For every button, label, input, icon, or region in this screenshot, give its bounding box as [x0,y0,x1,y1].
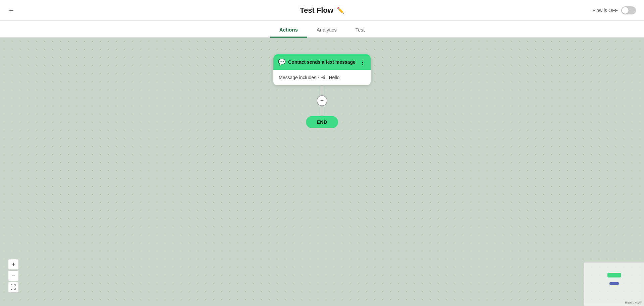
trigger-node[interactable]: 💬 Contact sends a text message ⋮ Message… [273,54,371,85]
zoom-in-icon: + [12,261,15,268]
plus-icon: + [320,97,324,104]
trigger-node-header: 💬 Contact sends a text message ⋮ [273,54,371,70]
edit-icon[interactable]: ✏️ [337,7,344,14]
zoom-in-button[interactable]: + [8,259,19,270]
trigger-title: Contact sends a text message [288,59,356,65]
fit-icon: ⛶ [10,284,16,291]
fit-view-button[interactable]: ⛶ [8,282,19,293]
back-button[interactable]: ← [8,6,15,14]
tab-analytics[interactable]: Analytics [307,23,346,38]
add-step-button[interactable]: + [317,95,327,106]
page-title: Test Flow [300,6,333,15]
zoom-controls: + − ⛶ [8,259,19,293]
end-node[interactable]: END [306,116,338,128]
tabs-bar: Actions Analytics Test [0,21,644,38]
flow-toggle-switch[interactable] [621,6,636,14]
more-icon: ⋮ [359,58,366,66]
mini-end-node [609,282,619,285]
flow-canvas[interactable]: 💬 Contact sends a text message ⋮ Message… [0,38,644,306]
title-area: Test Flow ✏️ [300,6,344,15]
header: ← Test Flow ✏️ Flow is OFF [0,0,644,21]
zoom-out-icon: − [12,272,15,279]
trigger-node-body: Message includes - Hi , Hello [273,70,371,85]
flow-status-label: Flow is OFF [593,8,618,13]
connector-line-1 [322,85,322,95]
trigger-condition-text: Message includes - Hi , Hello [279,75,339,80]
mini-trigger-node [607,273,621,277]
flow-toggle-area: Flow is OFF [593,6,636,14]
trigger-more-button[interactable]: ⋮ [359,59,366,65]
back-icon: ← [8,6,15,14]
connector-line-2 [322,106,322,116]
flow-container: 💬 Contact sends a text message ⋮ Message… [273,54,371,128]
toggle-knob [622,7,629,14]
message-icon: 💬 [278,58,285,66]
mini-map: React Flow [584,262,644,306]
zoom-out-button[interactable]: − [8,270,19,281]
mini-map-nodes [584,263,644,306]
tab-test[interactable]: Test [346,23,374,38]
trigger-header-left: 💬 Contact sends a text message [278,58,356,66]
react-flow-label: React Flow [625,301,642,304]
tab-actions[interactable]: Actions [270,23,307,38]
